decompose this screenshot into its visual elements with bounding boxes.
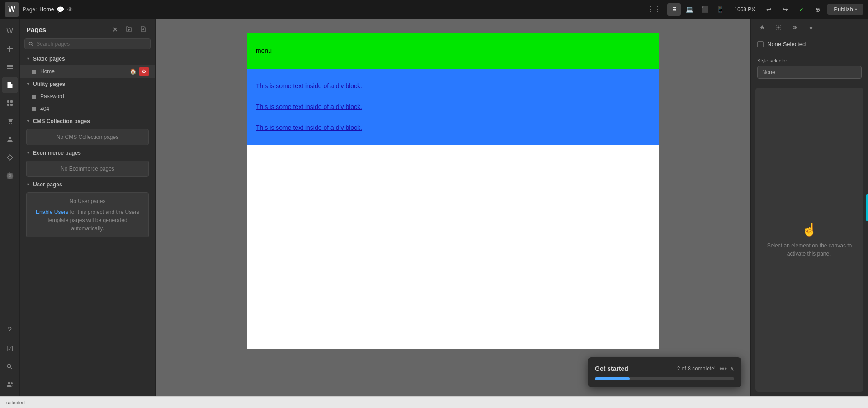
sidebar-item-team[interactable] bbox=[2, 376, 18, 393]
svg-line-14 bbox=[11, 367, 13, 369]
ecommerce-pages-label: Ecommerce pages bbox=[33, 150, 81, 156]
canvas-frame: menu This is some text inside of a div b… bbox=[247, 33, 659, 349]
style-selector-dropdown[interactable]: None bbox=[757, 66, 862, 79]
404-page-settings-button[interactable]: ⚙ bbox=[142, 105, 149, 113]
status-bar: selected bbox=[0, 396, 868, 408]
static-pages-caret-icon: ▼ bbox=[26, 57, 30, 61]
page-item-password[interactable]: Password ⚙ bbox=[20, 90, 155, 103]
search-icon bbox=[28, 41, 33, 47]
device-desktop-btn[interactable]: 🖥 bbox=[667, 3, 681, 16]
get-started-panel: Get started 2 of 8 complete! ••• ∧ bbox=[588, 357, 741, 387]
cms-pages-label: CMS Collection pages bbox=[33, 118, 90, 124]
sidebar-item-layers[interactable] bbox=[2, 59, 18, 75]
tab-settings[interactable] bbox=[771, 22, 786, 35]
page-item-404[interactable]: 404 ⚙ bbox=[20, 103, 155, 115]
device-buttons: 🖥 💻 ⬛ 📱 bbox=[667, 3, 727, 16]
status-text: selected bbox=[6, 400, 25, 405]
publish-button[interactable]: Publish ▾ bbox=[827, 4, 863, 15]
sidebar-item-checklist[interactable]: ☑ bbox=[2, 340, 18, 356]
svg-marker-12 bbox=[7, 155, 13, 160]
menu-text: menu bbox=[256, 47, 272, 54]
sidebar-item-logic[interactable] bbox=[2, 149, 18, 166]
page-chat-icon[interactable]: 💬 bbox=[57, 6, 64, 13]
password-page-name: Password bbox=[40, 93, 138, 100]
static-pages-label: Static pages bbox=[33, 56, 65, 62]
page-eye-icon[interactable]: 👁 bbox=[67, 6, 73, 13]
svg-rect-3 bbox=[7, 66, 13, 67]
svg-rect-2 bbox=[7, 65, 13, 66]
progress-bar-fill bbox=[595, 377, 630, 380]
home-page-actions: 🏠 ⚙ bbox=[129, 67, 149, 76]
device-laptop-btn[interactable]: 💻 bbox=[683, 3, 696, 16]
add-folder-button[interactable] bbox=[123, 24, 134, 35]
page-label: Page: bbox=[23, 6, 37, 13]
none-selected-checkbox[interactable] bbox=[757, 41, 764, 47]
sidebar-item-add[interactable] bbox=[2, 41, 18, 57]
add-page-button[interactable] bbox=[138, 24, 149, 35]
get-started-title: Get started bbox=[595, 365, 677, 372]
utility-pages-section-header[interactable]: ▼ Utility pages bbox=[20, 78, 155, 90]
sidebar-item-ecommerce[interactable] bbox=[2, 113, 18, 129]
canvas-link-3[interactable]: This is some text inside of a div block. bbox=[256, 124, 650, 131]
user-pages-note: Enable Users for this project and the Us… bbox=[31, 208, 144, 232]
svg-rect-6 bbox=[10, 100, 13, 103]
get-started-count: 2 of 8 complete! bbox=[677, 365, 716, 372]
home-page-home-icon-button[interactable]: 🏠 bbox=[129, 67, 137, 76]
sidebar-item-users[interactable] bbox=[2, 131, 18, 147]
svg-rect-8 bbox=[10, 104, 13, 106]
undo-button[interactable]: ↩ bbox=[762, 3, 776, 16]
get-started-chevron-icon[interactable]: ∧ bbox=[730, 365, 734, 372]
canvas-menu-bar[interactable]: menu bbox=[247, 33, 659, 69]
device-phone-btn[interactable]: 📱 bbox=[713, 3, 727, 16]
get-started-dots-icon[interactable]: ••• bbox=[719, 365, 727, 373]
sidebar-item-w[interactable]: W bbox=[2, 23, 18, 39]
device-tablet-btn[interactable]: ⬛ bbox=[698, 3, 712, 16]
cms-pages-section-header[interactable]: ▼ CMS Collection pages bbox=[20, 115, 155, 127]
home-page-settings-button[interactable]: ⚙ bbox=[139, 67, 149, 76]
svg-point-11 bbox=[9, 137, 11, 139]
search-input[interactable] bbox=[36, 41, 146, 47]
icon-sidebar: W ? ☑ bbox=[0, 19, 20, 396]
no-cms-pages-box: No CMS Collection pages bbox=[26, 129, 149, 145]
static-pages-section-header[interactable]: ▼ Static pages bbox=[20, 53, 155, 65]
utility-pages-caret-icon: ▼ bbox=[26, 82, 30, 86]
svg-point-9 bbox=[9, 123, 10, 124]
logo[interactable]: W bbox=[5, 2, 19, 17]
get-started-header: Get started 2 of 8 complete! ••• ∧ bbox=[595, 365, 734, 373]
svg-rect-4 bbox=[7, 68, 13, 69]
ecommerce-pages-caret-icon: ▼ bbox=[26, 151, 30, 155]
canvas-link-2[interactable]: This is some text inside of a div block. bbox=[256, 103, 650, 110]
tab-style[interactable] bbox=[755, 22, 770, 35]
canvas-link-1[interactable]: This is some text inside of a div block. bbox=[256, 82, 650, 90]
dots-icon[interactable]: ⋮⋮ bbox=[644, 3, 664, 15]
tab-effects[interactable] bbox=[787, 22, 802, 35]
sidebar-item-pages[interactable] bbox=[2, 77, 18, 93]
page-name: Home bbox=[39, 6, 54, 13]
page-item-home[interactable]: Home 🏠 ⚙ bbox=[20, 65, 155, 78]
style-selector-section: Style selector None bbox=[751, 53, 868, 83]
svg-point-24 bbox=[794, 27, 796, 28]
checkmark-button[interactable]: ✓ bbox=[795, 3, 808, 16]
password-page-settings-button[interactable]: ⚙ bbox=[142, 92, 149, 100]
redo-button[interactable]: ↪ bbox=[778, 3, 792, 16]
no-ecommerce-pages-box: No Ecommerce pages bbox=[26, 161, 149, 177]
ecommerce-pages-section-header[interactable]: ▼ Ecommerce pages bbox=[20, 147, 155, 159]
hand-pointer-icon: ☝ bbox=[802, 222, 817, 237]
right-panel: None Selected Style selector None ☝ Sele… bbox=[750, 19, 868, 396]
404-page-name: 404 bbox=[40, 106, 138, 112]
svg-line-22 bbox=[32, 44, 33, 46]
canvas-content-block[interactable]: This is some text inside of a div block.… bbox=[247, 69, 659, 145]
globe-button[interactable]: ⊕ bbox=[811, 3, 825, 16]
sidebar-item-help[interactable]: ? bbox=[2, 322, 18, 338]
sidebar-item-search[interactable] bbox=[2, 358, 18, 375]
enable-users-link[interactable]: Enable Users bbox=[36, 209, 68, 215]
progress-bar-background bbox=[595, 377, 734, 380]
sidebar-item-cms[interactable] bbox=[2, 95, 18, 111]
pages-close-button[interactable]: ✕ bbox=[110, 24, 120, 35]
accent-bar bbox=[866, 194, 868, 221]
user-pages-caret-icon: ▼ bbox=[26, 182, 30, 187]
sidebar-item-settings[interactable] bbox=[2, 167, 18, 184]
topbar: W Page: Home 💬 👁 ⋮⋮ 🖥 💻 ⬛ 📱 1068 PX ↩ ↪ … bbox=[0, 0, 868, 19]
user-pages-section-header[interactable]: ▼ User pages bbox=[20, 179, 155, 190]
tab-interactions[interactable] bbox=[803, 22, 819, 35]
